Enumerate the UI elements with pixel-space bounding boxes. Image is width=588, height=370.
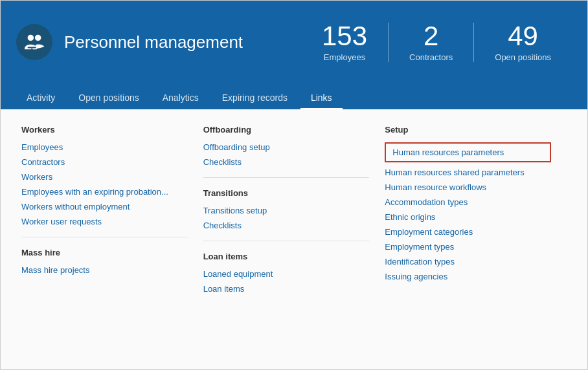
workers-section: Workers Employees Contractors Workers Em… (21, 125, 188, 226)
link-accommodation-types[interactable]: Accommodation types (385, 197, 551, 207)
svg-rect-2 (28, 47, 36, 49)
contractors-count: 2 (424, 23, 438, 50)
offboarding-section: Offboarding Offboarding setup Checklists (203, 125, 370, 167)
employees-count: 153 (322, 23, 367, 50)
workers-column: Workers Employees Contractors Workers Em… (21, 125, 203, 299)
nav-open-positions[interactable]: Open positions (68, 87, 149, 109)
nav-bar: Activity Open positions Analytics Expiri… (1, 83, 587, 109)
link-transitions-setup[interactable]: Transitions setup (203, 206, 370, 215)
link-hr-workflows[interactable]: Human resource workflows (385, 182, 551, 192)
personnel-management-icon (23, 31, 45, 53)
link-workers-without-employment[interactable]: Workers without employment (21, 202, 188, 212)
app-icon (16, 24, 52, 60)
loan-items-section-title: Loan items (203, 252, 370, 261)
link-transitions-checklists[interactable]: Checklists (203, 221, 370, 230)
contractors-stat[interactable]: 2 Contractors (389, 23, 474, 62)
setup-column: Setup Human resources parameters Human r… (385, 125, 567, 299)
link-expiring-probation[interactable]: Employees with an expiring probation... (21, 187, 188, 197)
header-stats: 153 Employees 2 Contractors 49 Open posi… (301, 23, 572, 62)
svg-point-1 (35, 35, 41, 41)
open-positions-label: Open positions (495, 52, 551, 62)
offboarding-section-title: Offboarding (203, 125, 370, 135)
transitions-section-title: Transitions (203, 188, 370, 198)
transitions-divider (203, 241, 370, 241)
loan-items-section: Loan items Loaned equipment Loan items (203, 252, 370, 294)
svg-rect-3 (31, 48, 32, 50)
offboarding-divider (203, 177, 370, 178)
mass-hire-section-title: Mass hire (21, 248, 188, 257)
link-mass-hire-projects[interactable]: Mass hire projects (21, 265, 188, 275)
nav-expiring-records[interactable]: Expiring records (212, 87, 298, 109)
link-offboarding-setup[interactable]: Offboarding setup (203, 142, 370, 152)
link-hr-parameters[interactable]: Human resources parameters (385, 142, 551, 162)
setup-section-title: Setup (385, 125, 551, 135)
open-positions-stat[interactable]: 49 Open positions (474, 23, 572, 62)
employees-stat[interactable]: 153 Employees (301, 23, 389, 62)
link-employment-categories[interactable]: Employment categories (385, 227, 551, 237)
link-identification-types[interactable]: Identification types (385, 257, 551, 267)
link-loan-items[interactable]: Loan items (203, 284, 370, 294)
link-worker-user-requests[interactable]: Worker user requests (21, 217, 188, 226)
link-employees[interactable]: Employees (21, 142, 188, 152)
nav-activity[interactable]: Activity (16, 87, 65, 109)
links-content: Workers Employees Contractors Workers Em… (1, 109, 587, 369)
link-workers[interactable]: Workers (21, 172, 188, 182)
svg-point-0 (28, 35, 34, 41)
contractors-label: Contractors (409, 52, 453, 62)
link-offboarding-checklists[interactable]: Checklists (203, 157, 370, 167)
workers-divider (21, 237, 188, 237)
employees-label: Employees (324, 52, 365, 62)
links-grid: Workers Employees Contractors Workers Em… (21, 125, 567, 299)
link-contractors[interactable]: Contractors (21, 157, 188, 167)
link-loaned-equipment[interactable]: Loaned equipment (203, 269, 370, 279)
app-header: Personnel management 153 Employees 2 Con… (1, 1, 587, 83)
link-hr-shared-parameters[interactable]: Human resources shared parameters (385, 168, 551, 177)
link-ethnic-origins[interactable]: Ethnic origins (385, 212, 551, 222)
setup-section: Setup Human resources parameters Human r… (385, 125, 551, 281)
open-positions-count: 49 (508, 23, 538, 50)
app-title: Personnel management (64, 32, 301, 52)
link-employment-types[interactable]: Employment types (385, 242, 551, 252)
nav-analytics[interactable]: Analytics (152, 87, 209, 109)
mass-hire-section: Mass hire Mass hire projects (21, 248, 188, 275)
nav-links[interactable]: Links (300, 87, 343, 109)
link-issuing-agencies[interactable]: Issuing agencies (385, 272, 551, 281)
workers-section-title: Workers (21, 125, 188, 135)
offboarding-column: Offboarding Offboarding setup Checklists… (203, 125, 385, 299)
transitions-section: Transitions Transitions setup Checklists (203, 188, 370, 230)
